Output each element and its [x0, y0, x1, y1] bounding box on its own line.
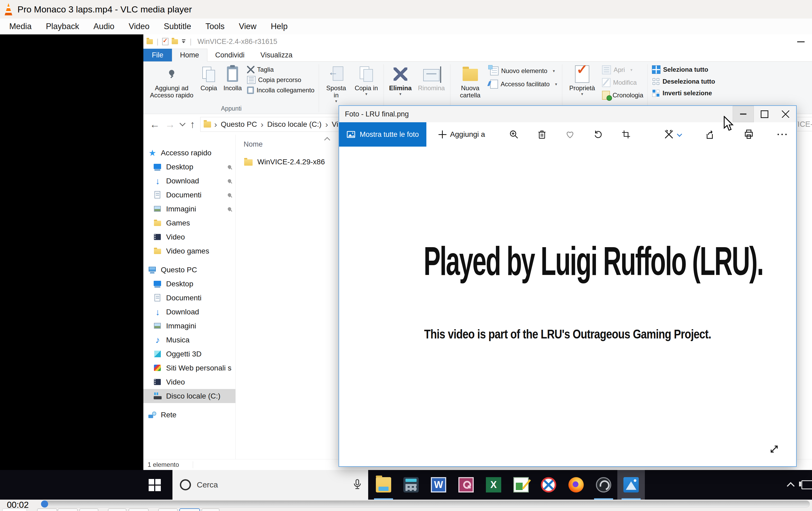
- sidebar-item[interactable]: Games: [143, 216, 235, 230]
- sidebar-item[interactable]: Rete: [143, 408, 235, 422]
- play-button[interactable]: [2, 508, 27, 511]
- copy-path-button[interactable]: Copia percorso: [247, 76, 315, 84]
- edit-create-button[interactable]: [655, 122, 683, 147]
- taskbar-app[interactable]: [590, 470, 617, 500]
- new-item-button[interactable]: Nuovo elemento: [490, 66, 558, 76]
- sidebar-item[interactable]: Oggetti 3D: [143, 347, 235, 361]
- vlc-menu-item[interactable]: View: [232, 22, 264, 31]
- tab-file[interactable]: File: [143, 49, 172, 61]
- start-button[interactable]: [149, 479, 161, 491]
- photos-close-button[interactable]: [775, 106, 796, 122]
- vlc-menu-item[interactable]: Audio: [86, 22, 121, 31]
- breadcrumb-item[interactable]: Disco locale (C:): [267, 120, 322, 129]
- tab-condividi[interactable]: Condividi: [207, 49, 253, 61]
- taskbar-app[interactable]: [535, 470, 562, 500]
- microphone-icon[interactable]: [353, 479, 361, 491]
- vlc-menu-item[interactable]: Help: [264, 22, 295, 31]
- select-all-button[interactable]: Seleziona tutto: [652, 65, 715, 74]
- next-button[interactable]: [79, 508, 98, 511]
- add-to-button[interactable]: Aggiungi a: [438, 130, 485, 139]
- history-button[interactable]: Cronologia: [602, 91, 643, 100]
- loop-button[interactable]: [179, 508, 200, 511]
- delete-button[interactable]: [528, 122, 556, 147]
- sidebar-item[interactable]: Disco locale (C:): [143, 389, 235, 403]
- sidebar-item[interactable]: Desktop: [143, 160, 235, 174]
- deselect-all-button[interactable]: Deseleziona tutto: [652, 78, 715, 85]
- copy-to-button[interactable]: Copia in: [351, 63, 381, 96]
- sidebar-item[interactable]: Documenti: [143, 188, 235, 202]
- taskbar-app[interactable]: [617, 470, 645, 500]
- rename-button[interactable]: Rinomina: [415, 63, 448, 91]
- seek-knob[interactable]: [41, 501, 48, 508]
- easy-access-button[interactable]: Accesso facilitato: [490, 80, 558, 89]
- tab-visualizza[interactable]: Visualizza: [253, 49, 300, 61]
- taskbar-app[interactable]: [425, 470, 452, 500]
- taskbar-app[interactable]: [480, 470, 507, 500]
- sidebar-item[interactable]: Video: [143, 375, 235, 389]
- vlc-menu-item[interactable]: Tools: [198, 22, 232, 31]
- more-button[interactable]: [768, 122, 796, 147]
- taskbar-app[interactable]: [370, 470, 397, 500]
- new-folder-quick-icon[interactable]: [172, 39, 178, 44]
- previous-button[interactable]: [37, 508, 57, 511]
- taskbar-app[interactable]: [397, 470, 425, 500]
- sidebar-item[interactable]: Siti Web personali s: [143, 361, 235, 375]
- delete-button[interactable]: Elimina: [386, 63, 415, 96]
- recent-locations-chevron-icon[interactable]: [180, 120, 186, 126]
- photos-minimize-button[interactable]: [733, 106, 754, 122]
- stop-button[interactable]: [58, 508, 78, 511]
- sidebar-item[interactable]: Immagini: [143, 202, 235, 216]
- properties-button[interactable]: Proprietà: [564, 63, 600, 96]
- explorer-minimize-button[interactable]: [797, 41, 805, 42]
- crop-button[interactable]: [612, 122, 640, 147]
- back-button[interactable]: ←: [150, 119, 160, 130]
- forward-button[interactable]: →: [165, 119, 175, 130]
- show-all-photos-button[interactable]: Mostra tutte le foto: [339, 122, 426, 147]
- paste-button[interactable]: Incolla: [220, 63, 245, 91]
- zoom-button[interactable]: [500, 122, 528, 147]
- sidebar-item[interactable]: Documenti: [143, 291, 235, 305]
- taskbar-app[interactable]: [452, 470, 480, 500]
- move-to-button[interactable]: Sposta in: [321, 63, 351, 103]
- pin-to-quick-access-button[interactable]: Aggiungi ad Accesso rapido: [146, 63, 197, 99]
- column-header-name[interactable]: Nome: [243, 137, 331, 151]
- seek-bar[interactable]: [42, 501, 810, 508]
- up-button[interactable]: ↑: [190, 119, 195, 130]
- sidebar-item[interactable]: Download: [143, 305, 235, 319]
- copy-button[interactable]: Copia: [197, 63, 220, 91]
- sidebar-item[interactable]: Desktop: [143, 277, 235, 291]
- paste-shortcut-button[interactable]: Incolla collegamento: [247, 87, 315, 94]
- sidebar-item[interactable]: Questo PC: [143, 263, 235, 277]
- favorite-button[interactable]: [556, 122, 584, 147]
- vlc-menu-item[interactable]: Video: [122, 22, 157, 31]
- rotate-button[interactable]: [584, 122, 612, 147]
- breadcrumb-item[interactable]: Vi: [331, 120, 339, 129]
- taskbar-search[interactable]: Cerca: [172, 470, 368, 500]
- sidebar-item[interactable]: Download: [143, 174, 235, 188]
- sidebar-item[interactable]: Musica: [143, 333, 235, 347]
- fullscreen-expand-button[interactable]: [768, 443, 780, 456]
- sidebar-item[interactable]: Video games: [143, 244, 235, 258]
- vlc-menu-item[interactable]: Media: [2, 22, 39, 31]
- sidebar-item[interactable]: Accesso rapido: [143, 146, 235, 160]
- taskbar-app[interactable]: [562, 470, 590, 500]
- sidebar-item[interactable]: Immagini: [143, 319, 235, 333]
- sidebar-item[interactable]: Video: [143, 230, 235, 244]
- share-button[interactable]: [696, 122, 724, 147]
- breadcrumb-item[interactable]: Questo PC: [220, 120, 258, 129]
- print-button[interactable]: [735, 122, 763, 147]
- battery-icon[interactable]: [802, 480, 812, 489]
- vlc-menu-item[interactable]: Playback: [39, 22, 86, 31]
- invert-selection-button[interactable]: Inverti selezione: [652, 89, 715, 97]
- show-hidden-icons-chevron-icon[interactable]: [787, 482, 795, 490]
- random-button[interactable]: [202, 508, 220, 511]
- customize-qat-chevron-icon[interactable]: [182, 39, 186, 44]
- quick-access-folder-icon[interactable]: [147, 39, 153, 44]
- taskbar-app[interactable]: [507, 470, 535, 500]
- photos-maximize-button[interactable]: [754, 106, 775, 122]
- fullscreen-button[interactable]: [108, 508, 126, 511]
- properties-quick-icon[interactable]: [162, 38, 169, 45]
- cut-button[interactable]: Taglia: [247, 66, 315, 73]
- playlist-button[interactable]: [158, 508, 178, 511]
- extended-settings-button[interactable]: [128, 508, 149, 511]
